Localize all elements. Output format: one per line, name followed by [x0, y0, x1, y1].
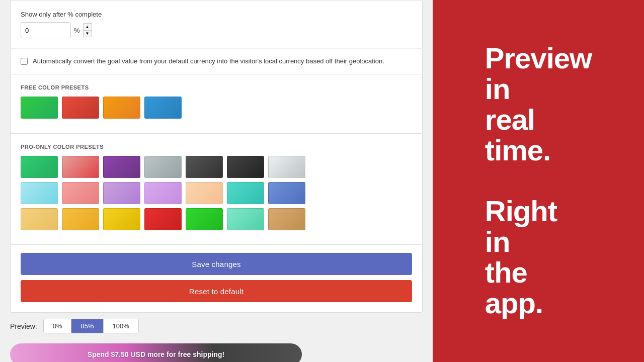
save-button[interactable]: Save changes	[21, 253, 412, 275]
swatch-pro-gray[interactable]	[144, 156, 182, 178]
right-panel: Previewinrealtime.Rightintheapp.	[433, 0, 644, 362]
checkbox-label: Automatically convert the goal value fro…	[33, 57, 384, 66]
swatch-red[interactable]	[62, 97, 99, 119]
preview-tab-100[interactable]: 100%	[104, 319, 138, 333]
show-after-section: Show only after % complete % ▲ ▼	[10, 0, 423, 48]
swatch-pro-brightgreen[interactable]	[186, 208, 223, 230]
swatch-blue[interactable]	[144, 97, 182, 119]
swatch-pro-gold[interactable]	[21, 208, 58, 230]
free-color-grid	[21, 97, 412, 119]
pro-color-grid-row2	[21, 182, 412, 204]
pro-color-grid-row1	[21, 156, 412, 178]
swatch-pro-pink[interactable]	[62, 156, 99, 178]
pro-color-grid-row3	[21, 208, 412, 230]
pro-color-section: PRO-ONLY COLOR PRESETS	[10, 133, 423, 245]
swatch-pro-red2[interactable]	[144, 208, 182, 230]
swatch-pro-lightpurple[interactable]	[144, 182, 182, 204]
swatch-green[interactable]	[21, 97, 58, 119]
swatch-pro-tan[interactable]	[268, 208, 305, 230]
show-after-label: Show only after % complete	[21, 11, 412, 18]
swatch-pro-cornflower[interactable]	[268, 182, 305, 204]
spinner-wrap: ▲ ▼	[83, 23, 92, 37]
swatch-pro-lightblue[interactable]	[21, 182, 58, 204]
swatch-pro-teal[interactable]	[227, 182, 264, 204]
swatch-pro-yellow[interactable]	[62, 208, 99, 230]
swatch-pro-mint[interactable]	[227, 208, 264, 230]
progress-bar: Spend $7.50 USD more for free shipping!	[10, 343, 302, 362]
reset-button[interactable]: Reset to default	[21, 280, 412, 302]
buttons-section: Save changes Reset to default	[10, 245, 423, 313]
preview-tab-85[interactable]: 85%	[71, 319, 103, 333]
swatch-pro-green[interactable]	[21, 156, 58, 178]
preview-tab-0[interactable]: 0%	[44, 319, 72, 333]
percent-sign: %	[74, 27, 80, 34]
checkbox-section: Automatically convert the goal value fro…	[10, 48, 423, 74]
pro-presets-title: PRO-ONLY COLOR PRESETS	[21, 144, 412, 150]
swatch-pro-peach[interactable]	[186, 182, 223, 204]
preview-label: Preview:	[10, 322, 37, 330]
swatch-pro-darkgray[interactable]	[186, 156, 223, 178]
spinner-down-button[interactable]: ▼	[83, 30, 92, 37]
swatch-orange[interactable]	[103, 97, 140, 119]
left-panel: Show only after % complete % ▲ ▼ Automat…	[0, 0, 433, 362]
preview-tabs: 0% 85% 100%	[43, 319, 139, 333]
spinner-up-button[interactable]: ▲	[83, 23, 92, 30]
swatch-pro-salmon[interactable]	[62, 182, 99, 204]
free-presets-title: FREE COLOR PRESETS	[21, 84, 412, 90]
currency-checkbox[interactable]	[21, 58, 28, 65]
swatch-pro-yellow2[interactable]	[103, 208, 140, 230]
free-color-section: FREE COLOR PRESETS	[10, 74, 423, 133]
swatch-pro-lightgray[interactable]	[268, 156, 305, 178]
progress-bar-container: Spend $7.50 USD more for free shipping!	[10, 343, 423, 362]
percent-input[interactable]	[21, 22, 71, 38]
right-panel-text: Previewinrealtime.Rightintheapp.	[485, 43, 592, 319]
preview-section: Preview: 0% 85% 100%	[10, 313, 423, 339]
number-input-wrap: % ▲ ▼	[21, 22, 412, 38]
swatch-pro-darkgray2[interactable]	[227, 156, 264, 178]
progress-bar-text: Spend $7.50 USD more for free shipping!	[88, 350, 224, 358]
swatch-pro-purple[interactable]	[103, 156, 140, 178]
swatch-pro-lavender[interactable]	[103, 182, 140, 204]
